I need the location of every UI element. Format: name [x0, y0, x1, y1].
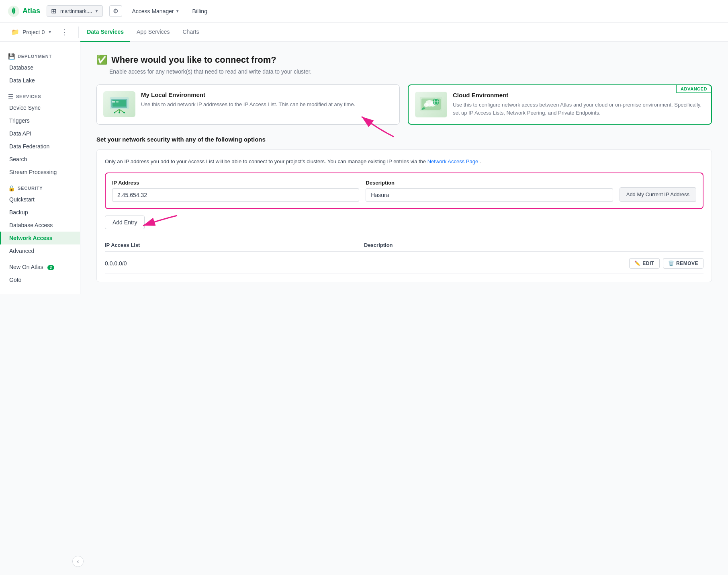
security-desc-text: Only an IP address you add to your Acces…	[105, 158, 426, 164]
sidebar-item-goto[interactable]: Goto	[0, 273, 80, 286]
svg-rect-11	[116, 101, 119, 103]
table-row: 0.0.0.0/0 ✏️ EDIT 🗑️ REMOVE	[105, 253, 703, 274]
sub-nav: 📁 Project 0 ▼ ⋮ Data Services App Servic…	[0, 23, 728, 42]
org-chevron-icon: ▼	[94, 9, 98, 13]
project-selector[interactable]: 📁 Project 0 ▼	[8, 27, 55, 37]
edit-button[interactable]: ✏️ EDIT	[629, 258, 660, 269]
svg-point-8	[119, 112, 120, 113]
access-manager-label: Access Manager	[132, 8, 174, 14]
description-label: Description	[366, 180, 613, 186]
security-title-label: SECURITY	[18, 186, 43, 191]
svg-point-9	[123, 112, 125, 113]
local-env-illustration	[103, 91, 135, 117]
sidebar-item-database-access[interactable]: Database Access	[0, 219, 80, 232]
add-entry-button[interactable]: Add Entry	[105, 216, 145, 229]
add-entry-row: Add Entry	[105, 216, 703, 229]
svg-line-6	[119, 109, 124, 113]
top-nav: Atlas ⊞ martinmark.... ▼ ⚙ Access Manage…	[0, 0, 728, 23]
actions-cell: ✏️ EDIT 🗑️ REMOVE	[623, 258, 703, 269]
advanced-badge: ADVANCED	[676, 85, 712, 93]
tab-app-services-label: App Services	[137, 29, 170, 35]
remove-label: REMOVE	[676, 261, 698, 266]
page-subtitle: Enable access for any network(s) that ne…	[109, 68, 712, 75]
sidebar: 💾 DEPLOYMENT Database Data Lake ☰ SERVIC…	[0, 42, 80, 294]
ip-table-header: IP Access List Description	[105, 239, 703, 252]
sidebar-item-data-api[interactable]: Data API	[0, 127, 80, 140]
services-section-title: ☰ SERVICES	[0, 90, 80, 101]
org-selector[interactable]: ⊞ martinmark.... ▼	[47, 5, 103, 17]
ip-address-group: IP Address	[112, 180, 359, 202]
sidebar-item-advanced[interactable]: Advanced	[0, 244, 80, 257]
sidebar-item-new-on-atlas[interactable]: New On Atlas 2	[0, 261, 80, 273]
edit-label: EDIT	[642, 261, 654, 266]
sidebar-wrapper: 💾 DEPLOYMENT Database Data Lake ☰ SERVIC…	[0, 42, 80, 575]
add-current-ip-button[interactable]: Add My Current IP Address	[620, 187, 696, 202]
description-group: Description	[366, 180, 613, 202]
project-name: Project 0	[22, 29, 45, 35]
sidebar-item-quickstart[interactable]: Quickstart	[0, 193, 80, 206]
sidebar-item-network-access[interactable]: Network Access	[0, 232, 80, 244]
svg-rect-10	[112, 101, 115, 103]
access-manager-chevron-icon: ▼	[176, 9, 180, 13]
env-cards-container: My Local Environment Use this to add net…	[96, 84, 712, 125]
check-circle-icon: ✅	[96, 55, 107, 65]
sidebar-item-backup[interactable]: Backup	[0, 206, 80, 219]
deployment-icon: 💾	[8, 53, 15, 60]
remove-button[interactable]: 🗑️ REMOVE	[663, 258, 703, 269]
brand-logo: Atlas	[8, 6, 40, 17]
page-header: ✅ Where would you like to connect from?	[96, 55, 712, 65]
deployment-title-label: DEPLOYMENT	[18, 54, 52, 59]
svg-point-16	[424, 103, 429, 107]
local-env-card[interactable]: My Local Environment Use this to add net…	[96, 84, 400, 125]
ip-cell: 0.0.0.0/0	[105, 260, 364, 267]
security-description: Only an IP address you add to your Acces…	[105, 158, 703, 166]
sidebar-item-data-federation[interactable]: Data Federation	[0, 140, 80, 153]
cloud-env-card[interactable]: ADVANCED	[408, 84, 712, 125]
cloud-env-body: Cloud Environment Use this to configure …	[453, 92, 705, 117]
sidebar-item-triggers[interactable]: Triggers	[0, 114, 80, 127]
ip-form-box: IP Address Description Add My Current IP…	[105, 172, 703, 209]
cloud-env-svg	[418, 94, 444, 115]
main-layout: 💾 DEPLOYMENT Database Data Lake ☰ SERVIC…	[0, 42, 728, 575]
col-actions-header	[623, 242, 703, 248]
sidebar-item-device-sync[interactable]: Device Sync	[0, 101, 80, 114]
network-access-page-link[interactable]: Network Access Page	[427, 158, 478, 164]
folder-icon: 📁	[11, 28, 19, 36]
access-manager-link[interactable]: Access Manager ▼	[129, 6, 182, 16]
tab-charts-label: Charts	[182, 29, 199, 35]
security-desc-period: .	[480, 158, 481, 164]
security-box: Only an IP address you add to your Acces…	[96, 149, 712, 282]
sidebar-item-search[interactable]: Search	[0, 153, 80, 166]
page-title: Where would you like to connect from?	[111, 55, 276, 65]
cloud-env-title: Cloud Environment	[453, 92, 705, 99]
nav-divider	[78, 27, 79, 38]
main-content: ✅ Where would you like to connect from? …	[80, 42, 728, 575]
cloud-env-illustration	[415, 92, 447, 117]
local-env-svg	[106, 94, 132, 114]
security-section-title: 🔒 SECURITY	[0, 182, 80, 193]
tab-app-services[interactable]: App Services	[130, 23, 176, 42]
ip-access-table: IP Access List Description 0.0.0.0/0 ✏️	[105, 239, 703, 274]
project-menu-button[interactable]: ⋮	[58, 26, 70, 38]
atlas-leaf-icon	[8, 6, 19, 17]
tab-charts[interactable]: Charts	[176, 23, 205, 42]
new-on-atlas-badge: 2	[47, 265, 55, 270]
sidebar-item-database[interactable]: Database	[0, 61, 80, 74]
ip-address-label: IP Address	[112, 180, 359, 186]
ip-form-row: IP Address Description Add My Current IP…	[112, 180, 696, 202]
tab-data-services[interactable]: Data Services	[80, 23, 130, 42]
ip-address-input[interactable]	[112, 188, 359, 202]
svg-point-7	[114, 112, 115, 113]
local-env-body: My Local Environment Use this to add net…	[141, 91, 355, 109]
project-chevron-icon: ▼	[48, 30, 52, 34]
svg-line-4	[115, 109, 119, 113]
sidebar-item-stream-processing[interactable]: Stream Processing	[0, 166, 80, 179]
col-desc-header: Description	[364, 242, 623, 248]
env-cards: My Local Environment Use this to add net…	[96, 84, 712, 125]
settings-button[interactable]: ⚙	[109, 5, 122, 17]
billing-link[interactable]: Billing	[189, 6, 211, 16]
sidebar-item-data-lake[interactable]: Data Lake	[0, 74, 80, 87]
org-icon: ⊞	[51, 7, 56, 15]
description-input[interactable]	[366, 188, 613, 202]
sidebar-collapse-button[interactable]: ‹	[72, 556, 84, 567]
